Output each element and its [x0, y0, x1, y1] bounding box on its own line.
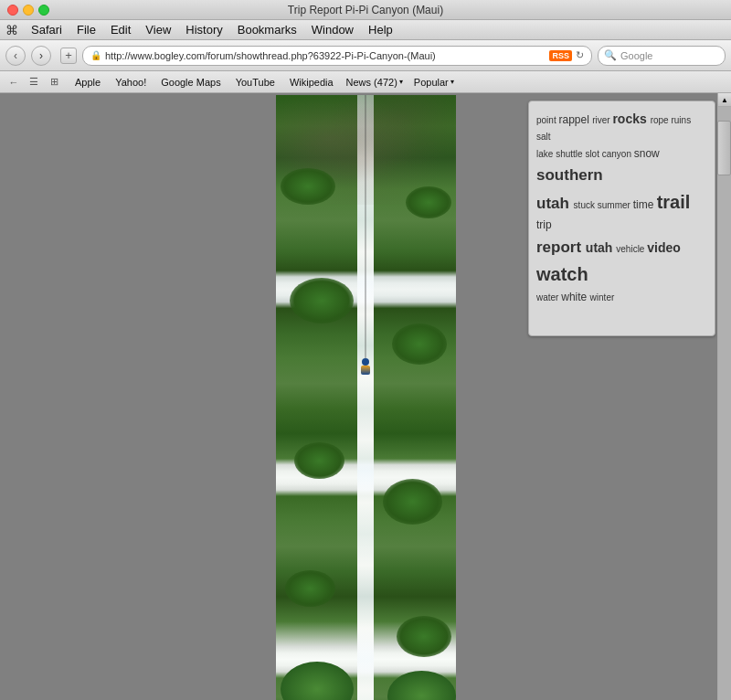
tag-river[interactable]: river	[592, 115, 612, 125]
tag-video[interactable]: video	[647, 240, 681, 255]
tag-shuttle[interactable]: shuttle	[556, 149, 585, 159]
scrollbar-track: ▲ ▼	[717, 93, 731, 700]
scrollbar-thumb[interactable]	[717, 121, 731, 175]
menu-window[interactable]: Window	[304, 21, 361, 38]
scrollbar-inner-track	[718, 107, 731, 700]
veg-6	[383, 479, 442, 525]
tag-rappel[interactable]: rappel	[558, 113, 592, 126]
back-button[interactable]: ‹	[5, 46, 26, 66]
menu-view[interactable]: View	[138, 21, 178, 38]
rss-badge[interactable]: RSS	[549, 50, 572, 61]
center-content	[210, 93, 521, 700]
titlebar: Trip Report Pi-Pi Canyon (Maui)	[0, 0, 731, 20]
new-tab-button[interactable]: +	[60, 48, 77, 64]
tag-utah2[interactable]: utah	[586, 240, 616, 255]
menu-edit[interactable]: Edit	[103, 21, 138, 38]
veg-2	[406, 186, 451, 218]
close-button[interactable]	[7, 5, 18, 16]
tag-snow[interactable]: snow	[634, 147, 660, 160]
tag-rope[interactable]: rope	[651, 115, 672, 125]
refresh-icon[interactable]: ↻	[576, 49, 584, 61]
tag-cloud-box: point rappel river rocks rope ruins salt…	[528, 101, 715, 336]
tag-time[interactable]: time	[633, 198, 657, 211]
forward-button[interactable]: ›	[31, 46, 51, 66]
tag-utah1[interactable]: utah	[536, 195, 574, 212]
apple-menu[interactable]: ⌘	[5, 23, 18, 37]
veg-4	[392, 323, 447, 365]
tag-summer[interactable]: summer	[598, 200, 633, 210]
back-icon[interactable]: ←	[5, 74, 22, 90]
tag-winter[interactable]: winter	[590, 292, 615, 302]
lock-icon: 🔒	[90, 50, 101, 60]
chevron-icon: ▾	[450, 78, 454, 86]
veg-5	[294, 442, 344, 479]
left-sidebar	[0, 93, 210, 700]
bm-youtube[interactable]: YouTube	[228, 75, 282, 90]
veg-9	[281, 662, 354, 700]
address-bar[interactable]: 🔒 http://www.bogley.com/forum/showthread…	[82, 46, 592, 66]
reading-list-icon[interactable]: ☰	[26, 74, 42, 90]
tag-point[interactable]: point	[536, 115, 558, 125]
tag-lake[interactable]: lake	[536, 149, 556, 159]
menu-help[interactable]: Help	[361, 21, 400, 38]
bm-google-maps[interactable]: Google Maps	[154, 75, 228, 90]
veg-10	[387, 671, 456, 700]
tag-trip[interactable]: trip	[536, 218, 552, 231]
tag-watch[interactable]: watch	[536, 264, 588, 284]
window-title: Trip Report Pi-Pi Canyon (Maui)	[288, 4, 443, 16]
bm-yahoo[interactable]: Yahoo!	[108, 75, 154, 90]
tag-cloud-content: point rappel river rocks rope ruins salt…	[536, 109, 707, 306]
window-controls	[7, 5, 49, 16]
right-sidebar: point rappel river rocks rope ruins salt…	[521, 93, 731, 700]
tag-cloud-footer	[536, 310, 707, 328]
chevron-icon: ▾	[399, 78, 403, 86]
tag-vehicle[interactable]: vehicle	[616, 244, 647, 254]
tag-report[interactable]: report	[536, 239, 586, 256]
toolbar: ‹ › + 🔒 http://www.bogley.com/forum/show…	[0, 40, 731, 71]
tag-stuck[interactable]: stuck	[574, 200, 598, 210]
menubar: ⌘ Safari File Edit View History Bookmark…	[0, 20, 731, 40]
minimize-button[interactable]	[23, 5, 34, 16]
menu-history[interactable]: History	[178, 21, 229, 38]
menu-file[interactable]: File	[69, 21, 103, 38]
menu-bookmarks[interactable]: Bookmarks	[230, 21, 304, 38]
menu-safari[interactable]: Safari	[24, 21, 69, 38]
main-area: point rappel river rocks rope ruins salt…	[0, 93, 731, 700]
bm-popular[interactable]: Popular ▾	[408, 75, 460, 90]
search-placeholder: Google	[620, 50, 652, 61]
tag-salt[interactable]: salt	[536, 132, 551, 142]
bm-news[interactable]: News (472) ▾	[341, 75, 408, 90]
tag-white[interactable]: white	[561, 291, 589, 303]
bookmarks-bar: ← ☰ ⊞ Apple Yahoo! Google Maps YouTube W…	[0, 71, 731, 93]
maximize-button[interactable]	[38, 5, 49, 16]
veg-3	[290, 278, 354, 323]
tag-ruins[interactable]: ruins	[671, 115, 691, 125]
rappeler-head	[362, 358, 369, 366]
tag-rocks[interactable]: rocks	[612, 111, 650, 126]
veg-8	[397, 616, 451, 657]
url-text: http://www.bogley.com/forum/showthread.p…	[105, 50, 546, 61]
scrollbar-up-button[interactable]: ▲	[718, 93, 731, 107]
bm-icons: ← ☰ ⊞	[5, 74, 62, 90]
search-bar[interactable]: 🔍 Google	[598, 46, 726, 66]
tag-water[interactable]: water	[536, 292, 561, 302]
tag-southern[interactable]: southern	[536, 166, 603, 184]
bm-wikipedia[interactable]: Wikipedia	[282, 75, 341, 90]
veg-1	[281, 168, 335, 205]
tag-slot-canyon[interactable]: slot canyon	[585, 149, 633, 159]
veg-7	[285, 570, 335, 607]
rappeler-body	[361, 366, 370, 375]
top-sites-icon[interactable]: ⊞	[46, 74, 62, 90]
rappeler-figure	[360, 358, 371, 377]
waterfall-image	[276, 95, 456, 700]
search-icon: 🔍	[604, 49, 617, 61]
tag-trail[interactable]: trail	[657, 192, 691, 212]
rappeler-rope	[366, 95, 366, 358]
bm-apple[interactable]: Apple	[68, 75, 108, 90]
